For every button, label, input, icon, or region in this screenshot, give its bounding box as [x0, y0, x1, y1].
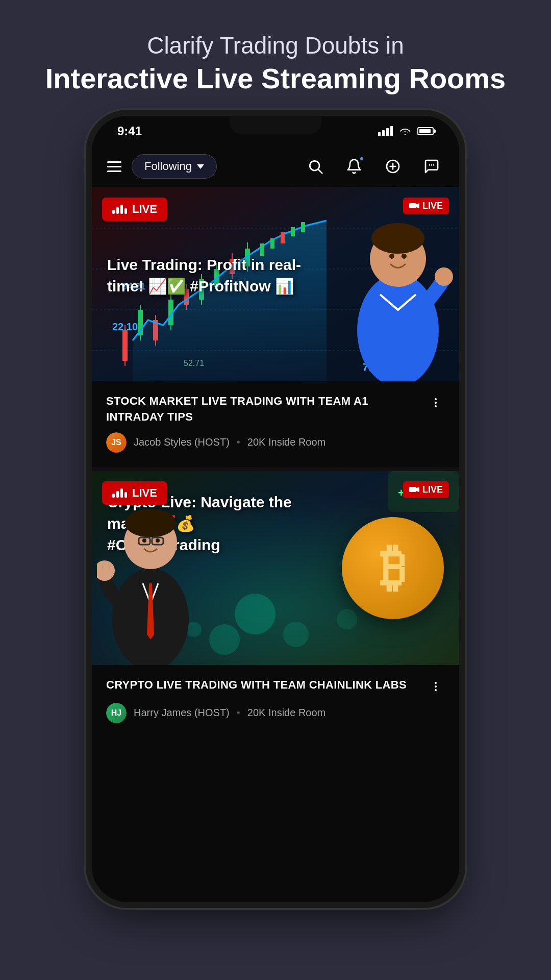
feed: LIVE: [92, 187, 459, 902]
hamburger-button[interactable]: [107, 161, 121, 172]
notification-button[interactable]: [342, 154, 366, 179]
stream-title-1: STOCK MARKET LIVE TRADING WITH TEAM A1 I…: [106, 394, 427, 425]
svg-point-77: [435, 689, 437, 691]
signal-icon: [378, 126, 393, 136]
live-label-1: LIVE: [132, 203, 157, 216]
svg-point-66: [125, 509, 176, 537]
status-time: 9:41: [117, 124, 142, 138]
live-label-2: LIVE: [132, 486, 157, 500]
svg-text:22.10: 22.10: [112, 321, 138, 332]
stream-meta-2: HJ Harry James (HOST) • 20K Inside Room: [106, 703, 445, 723]
svg-point-47: [389, 254, 394, 259]
chevron-down-icon: [197, 164, 204, 169]
phone-screen: 9:41: [92, 116, 459, 902]
notification-dot: [359, 156, 364, 161]
svg-point-7: [433, 164, 435, 166]
svg-point-56: [235, 594, 276, 634]
svg-line-1: [318, 169, 322, 173]
app-bar: Following: [92, 146, 459, 187]
live-indicator-tr-2: LIVE: [403, 481, 449, 498]
svg-point-45: [371, 223, 424, 254]
svg-point-51: [435, 398, 437, 400]
host-person-2: [97, 481, 204, 665]
live-indicator-tr-1: LIVE: [403, 198, 449, 214]
header-subtitle: Clarify Trading Doubts in: [45, 31, 506, 61]
svg-point-5: [429, 164, 431, 166]
wifi-icon: [399, 126, 411, 136]
svg-rect-49: [409, 203, 416, 208]
svg-point-58: [209, 624, 240, 655]
status-icons: [378, 126, 434, 136]
live-badge-2: LIVE: [102, 481, 167, 505]
svg-point-70: [142, 538, 146, 543]
host-name-1: Jacob Styles (HOST): [134, 436, 230, 448]
battery-icon: [417, 127, 434, 135]
host-person-1: [342, 198, 454, 381]
live-text-tr-1: LIVE: [422, 201, 443, 211]
svg-point-52: [435, 402, 437, 404]
search-button[interactable]: [303, 154, 328, 179]
svg-point-53: [435, 405, 437, 407]
phone-notch: [230, 116, 321, 134]
svg-point-6: [431, 164, 433, 166]
stream-card-1[interactable]: LIVE: [92, 187, 459, 467]
svg-rect-36: [301, 222, 305, 232]
host-name-2: Harry James (HOST): [134, 707, 230, 719]
live-text-tr-2: LIVE: [422, 484, 443, 495]
phone-frame: 9:41: [92, 116, 459, 902]
svg-point-43: [357, 274, 439, 381]
bitcoin-coin: ₿: [342, 517, 444, 619]
live-bars-icon: [112, 205, 127, 214]
host-avatar-2: HJ: [106, 703, 127, 723]
svg-marker-74: [416, 487, 419, 492]
svg-point-57: [283, 622, 309, 647]
svg-text:52.71: 52.71: [184, 359, 204, 368]
stream-info-2: CRYPTO LIVE TRADING WITH TEAM CHAINLINK …: [92, 665, 459, 738]
stream-title-overlay-1: Live Trading: Profit in real-time! 📈✅ #P…: [107, 254, 328, 297]
live-bars-icon-2: [112, 488, 127, 498]
svg-rect-73: [409, 487, 416, 492]
following-label: Following: [144, 160, 192, 173]
camera-icon-2: [409, 486, 419, 493]
svg-point-75: [435, 682, 437, 684]
live-badge-1: LIVE: [102, 198, 167, 221]
svg-rect-34: [281, 232, 285, 243]
svg-point-46: [435, 267, 453, 286]
room-count-1: 20K Inside Room: [247, 436, 325, 448]
header-title: Interactive Live Streaming Rooms: [45, 61, 506, 95]
svg-marker-50: [416, 203, 419, 208]
add-button[interactable]: [381, 154, 405, 179]
stream-card-2[interactable]: LIVE: [92, 471, 459, 738]
stream-meta-1: JS Jacob Styles (HOST) • 20K Inside Room: [106, 432, 445, 453]
app-bar-icons: [303, 154, 444, 179]
svg-rect-33: [270, 238, 274, 249]
page-header: Clarify Trading Doubts in Interactive Li…: [5, 0, 547, 116]
svg-point-48: [402, 254, 407, 259]
more-options-button-2[interactable]: [427, 677, 445, 696]
stream-info-1: STOCK MARKET LIVE TRADING WITH TEAM A1 I…: [92, 381, 459, 467]
host-avatar-1: JS: [106, 432, 127, 453]
room-count-2: 20K Inside Room: [247, 707, 325, 719]
svg-point-59: [337, 609, 357, 629]
camera-icon-1: [409, 202, 419, 209]
svg-point-76: [435, 685, 437, 688]
following-dropdown[interactable]: Following: [132, 154, 217, 179]
chat-button[interactable]: [419, 154, 444, 179]
svg-rect-35: [291, 227, 295, 236]
svg-point-71: [156, 538, 160, 543]
divider-1: [92, 467, 459, 471]
stream-title-2: CRYPTO LIVE TRADING WITH TEAM CHAINLINK …: [106, 677, 427, 693]
more-options-button-1[interactable]: [427, 394, 445, 412]
